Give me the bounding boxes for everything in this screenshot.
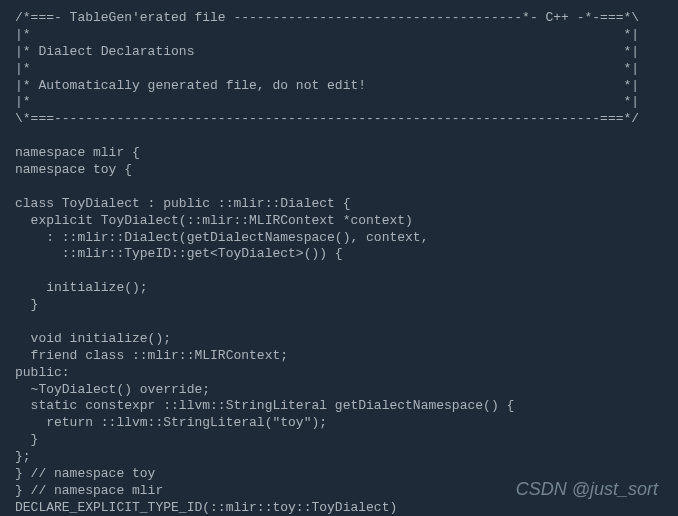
code-line: /*===- TableGen'erated file ------------… bbox=[15, 10, 639, 25]
code-line: |* *| bbox=[15, 94, 639, 109]
code-line: ~ToyDialect() override; bbox=[15, 382, 210, 397]
code-line: public: bbox=[15, 365, 70, 380]
code-line: |* Automatically generated file, do not … bbox=[15, 78, 639, 93]
code-line: }; bbox=[15, 449, 31, 464]
code-line: void initialize(); bbox=[15, 331, 171, 346]
code-line: return ::llvm::StringLiteral("toy"); bbox=[15, 415, 327, 430]
code-line: static constexpr ::llvm::StringLiteral g… bbox=[15, 398, 514, 413]
code-line: |* *| bbox=[15, 27, 639, 42]
code-line: |* *| bbox=[15, 61, 639, 76]
code-editor: /*===- TableGen'erated file ------------… bbox=[0, 0, 678, 516]
code-line: } bbox=[15, 297, 38, 312]
code-line: friend class ::mlir::MLIRContext; bbox=[15, 348, 288, 363]
code-line: namespace toy { bbox=[15, 162, 132, 177]
watermark-text: CSDN @just_sort bbox=[516, 478, 658, 501]
code-line: class ToyDialect : public ::mlir::Dialec… bbox=[15, 196, 350, 211]
code-line: ::mlir::TypeID::get<ToyDialect>()) { bbox=[15, 246, 343, 261]
code-line: initialize(); bbox=[15, 280, 148, 295]
code-line bbox=[15, 263, 46, 278]
code-line: } // namespace toy bbox=[15, 466, 155, 481]
code-line: } bbox=[15, 432, 38, 447]
code-line: |* Dialect Declarations *| bbox=[15, 44, 639, 59]
code-line: : ::mlir::Dialect(getDialectNamespace(),… bbox=[15, 230, 428, 245]
code-line: namespace mlir { bbox=[15, 145, 140, 160]
code-line: DECLARE_EXPLICIT_TYPE_ID(::mlir::toy::To… bbox=[15, 500, 397, 515]
code-line: explicit ToyDialect(::mlir::MLIRContext … bbox=[15, 213, 413, 228]
code-line: } // namespace mlir bbox=[15, 483, 163, 498]
code-line: \*===-----------------------------------… bbox=[15, 111, 639, 126]
